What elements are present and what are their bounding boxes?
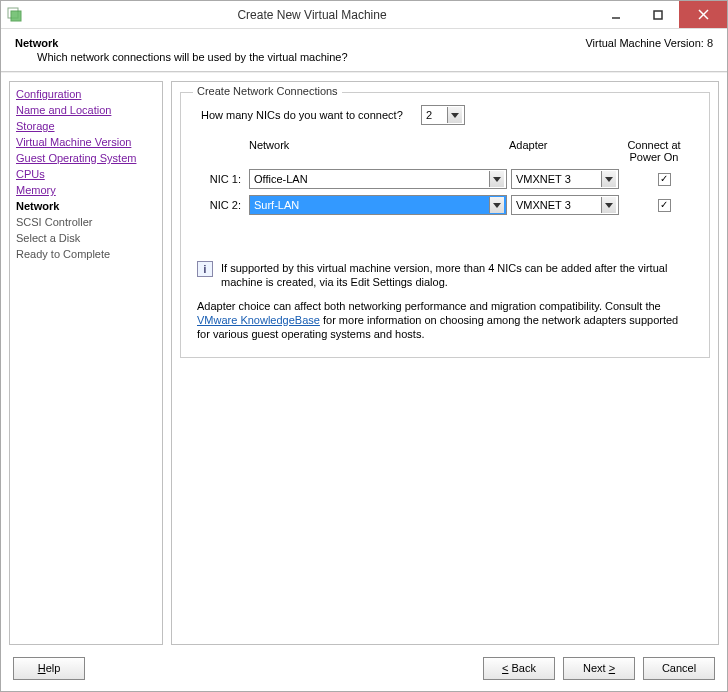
nic-adapter-value: VMXNET 3 xyxy=(516,173,571,185)
nic-column-headers: Network Adapter Connect at Power On xyxy=(201,139,699,163)
dialog-window: Create New Virtual Machine Network Which… xyxy=(0,0,728,692)
minimize-button[interactable] xyxy=(595,1,637,28)
nic-label: NIC 2: xyxy=(201,199,249,211)
help-label: elp xyxy=(46,662,61,674)
window-title: Create New Virtual Machine xyxy=(29,8,595,22)
nic-row: NIC 1:Office-LANVMXNET 3✓ xyxy=(201,169,699,189)
next-button[interactable]: Next > xyxy=(563,657,635,680)
svg-rect-3 xyxy=(654,11,662,19)
help-button[interactable]: Help xyxy=(13,657,85,680)
info-row: i If supported by this virtual machine v… xyxy=(197,261,693,289)
wizard-footer: Help < Back Next > Cancel xyxy=(1,645,727,691)
wizard-step[interactable]: Memory xyxy=(16,182,156,198)
nic-network-select[interactable]: Office-LAN xyxy=(249,169,507,189)
col-network: Network xyxy=(249,139,509,163)
connect-at-power-on-checkbox[interactable]: ✓ xyxy=(658,173,671,186)
next-label: Next xyxy=(583,662,606,674)
nic-count-value: 2 xyxy=(426,109,432,121)
wizard-header: Network Which network connections will b… xyxy=(1,29,727,71)
wizard-step: Ready to Complete xyxy=(16,246,156,262)
nic-count-label: How many NICs do you want to connect? xyxy=(201,109,421,121)
wizard-step[interactable]: CPUs xyxy=(16,166,156,182)
cancel-button[interactable]: Cancel xyxy=(643,657,715,680)
page-subtitle: Which network connections will be used b… xyxy=(37,51,348,63)
svg-marker-8 xyxy=(605,177,613,182)
nic-network-value: Office-LAN xyxy=(254,173,308,185)
maximize-button[interactable] xyxy=(637,1,679,28)
nic-count-select[interactable]: 2 xyxy=(421,105,465,125)
advice-text: Adapter choice can affect both networkin… xyxy=(197,299,693,341)
wizard-step[interactable]: Guest Operating System xyxy=(16,150,156,166)
nic-adapter-value: VMXNET 3 xyxy=(516,199,571,211)
kb-link[interactable]: VMware KnowledgeBase xyxy=(197,314,320,326)
vm-version-label: Virtual Machine Version: 8 xyxy=(585,37,713,49)
nic-count-row: How many NICs do you want to connect? 2 xyxy=(201,105,699,125)
fieldset-legend: Create Network Connections xyxy=(193,85,342,97)
chevron-down-icon xyxy=(601,171,616,187)
svg-marker-7 xyxy=(493,177,501,182)
svg-marker-9 xyxy=(493,203,501,208)
svg-rect-1 xyxy=(11,11,21,21)
close-button[interactable] xyxy=(679,1,727,28)
nic-network-value: Surf-LAN xyxy=(254,199,299,211)
nic-network-select[interactable]: Surf-LAN xyxy=(249,195,507,215)
window-controls xyxy=(595,1,727,28)
chevron-down-icon xyxy=(447,107,462,123)
chevron-down-icon xyxy=(489,197,504,213)
col-adapter: Adapter xyxy=(509,139,619,163)
nic-adapter-select[interactable]: VMXNET 3 xyxy=(511,195,619,215)
chevron-down-icon xyxy=(601,197,616,213)
nic-adapter-select[interactable]: VMXNET 3 xyxy=(511,169,619,189)
cancel-label: Cancel xyxy=(662,662,696,674)
wizard-step[interactable]: Name and Location xyxy=(16,102,156,118)
wizard-step[interactable]: Storage xyxy=(16,118,156,134)
nic-label: NIC 1: xyxy=(201,173,249,185)
back-button[interactable]: < Back xyxy=(483,657,555,680)
nic-row: NIC 2:Surf-LANVMXNET 3✓ xyxy=(201,195,699,215)
wizard-step[interactable]: Configuration xyxy=(16,86,156,102)
info-text: If supported by this virtual machine ver… xyxy=(221,261,693,289)
wizard-step: SCSI Controller xyxy=(16,214,156,230)
wizard-step[interactable]: Virtual Machine Version xyxy=(16,134,156,150)
col-connect: Connect at Power On xyxy=(619,139,689,163)
connect-at-power-on-checkbox[interactable]: ✓ xyxy=(658,199,671,212)
page-title: Network xyxy=(15,37,348,49)
titlebar: Create New Virtual Machine xyxy=(1,1,727,29)
info-icon: i xyxy=(197,261,213,277)
back-label: Back xyxy=(512,662,536,674)
svg-marker-10 xyxy=(605,203,613,208)
wizard-step: Network xyxy=(16,198,156,214)
app-icon xyxy=(7,7,23,23)
svg-marker-6 xyxy=(451,113,459,118)
advice-pre: Adapter choice can affect both networkin… xyxy=(197,300,661,312)
wizard-content: Create Network Connections How many NICs… xyxy=(171,81,719,645)
network-fieldset: Create Network Connections How many NICs… xyxy=(180,92,710,358)
chevron-down-icon xyxy=(489,171,504,187)
wizard-step: Select a Disk xyxy=(16,230,156,246)
wizard-steps-sidebar: ConfigurationName and LocationStorageVir… xyxy=(9,81,163,645)
